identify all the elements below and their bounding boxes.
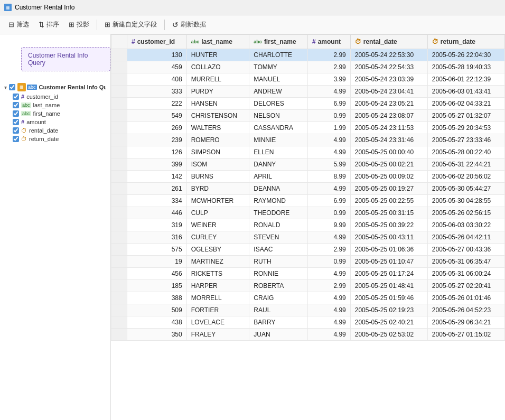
table-row[interactable]: 575OGLESBYISAAC2.992005-05-25 01:06:3620…: [111, 244, 505, 256]
cell-last_name: WALTERS: [186, 122, 249, 134]
table-row[interactable]: 456RICKETTSRONNIE4.992005-05-25 01:17:24…: [111, 268, 505, 280]
col-header-customer_id[interactable]: #customer_id: [127, 35, 187, 49]
table-row[interactable]: 222HANSENDELORES6.992005-05-24 23:05:212…: [111, 98, 505, 110]
tree-item-label-last_name: last_name: [33, 102, 60, 108]
type-icon-clock: ⏱: [21, 127, 27, 134]
cell-customer_id: 456: [127, 268, 187, 280]
filter-button[interactable]: ⊟ 筛选: [4, 18, 33, 31]
tree-item-checkbox-rental_date[interactable]: [13, 127, 19, 134]
table-row[interactable]: 142BURNSAPRIL8.992005-05-25 00:09:022005…: [111, 171, 505, 183]
tree-item-return_date[interactable]: ⏱return_date: [11, 135, 108, 143]
table-row[interactable]: 459COLLAZOTOMMY2.992005-05-24 22:54:3320…: [111, 61, 505, 73]
toolbar: ⊟ 筛选 ⇅ 排序 ⊞ 投影 ⊞ 新建自定义字段 ↺ 刷新数据: [0, 15, 505, 34]
tree-item-checkbox-return_date[interactable]: [13, 136, 19, 142]
tree-item-checkbox-last_name[interactable]: [13, 102, 19, 108]
table-row[interactable]: 350FRALEYJUAN4.992005-05-25 02:53:022005…: [111, 329, 505, 341]
table-row[interactable]: 446CULPTHEODORE0.992005-05-25 00:31:1520…: [111, 207, 505, 219]
table-row[interactable]: 509FORTIERRAUL4.992005-05-25 02:19:23200…: [111, 304, 505, 316]
table-row[interactable]: 126SIMPSONELLEN4.992005-05-25 00:00:4020…: [111, 146, 505, 158]
add-field-button[interactable]: ⊞ 新建自定义字段: [100, 18, 161, 31]
cell-amount: 4.99: [307, 134, 350, 146]
row-empty-cell: [111, 86, 127, 98]
tree-item-rental_date[interactable]: ⏱rental_date: [11, 126, 108, 135]
table-row[interactable]: 316CURLEYSTEVEN4.992005-05-25 00:43:1120…: [111, 231, 505, 244]
toolbar-separator-2: [164, 20, 165, 30]
cell-customer_id: 350: [127, 329, 187, 341]
cell-amount: 2.99: [307, 61, 350, 73]
cell-return_date: 2005-05-29 06:34:21: [427, 316, 504, 329]
tree-item-checkbox-first_name[interactable]: [13, 110, 19, 117]
row-empty-cell: [111, 316, 127, 329]
col-type-icon-amount: #: [312, 38, 316, 45]
tree-item-first_name[interactable]: abcfirst_name: [11, 109, 108, 118]
cell-first_name: ISAAC: [249, 244, 308, 256]
tree-item-amount[interactable]: #amount: [11, 118, 108, 126]
cell-first_name: DEANNA: [249, 183, 308, 195]
tree-item-label-rental_date: rental_date: [29, 127, 58, 134]
tree-root[interactable]: ▾ ▦ abc Customer Rental Info Quer: [2, 82, 108, 92]
row-empty-cell: [111, 183, 127, 195]
col-header-amount[interactable]: #amount: [307, 35, 350, 49]
cell-last_name: FRALEY: [186, 329, 249, 341]
col-type-icon-customer_id: #: [132, 38, 135, 45]
tree-item-label-return_date: return_date: [29, 136, 59, 142]
cell-return_date: 2005-05-26 22:04:30: [427, 49, 504, 61]
table-row[interactable]: 334MCWHORTERRAYMOND6.992005-05-25 00:22:…: [111, 195, 505, 207]
cell-first_name: NELSON: [249, 110, 308, 122]
table-row[interactable]: 19MARTINEZRUTH0.992005-05-25 01:10:47200…: [111, 256, 505, 268]
projection-button[interactable]: ⊞ 投影: [64, 18, 93, 31]
cell-rental_date: 2005-05-24 22:54:33: [350, 61, 427, 73]
tree-item-checkbox-amount[interactable]: [13, 119, 19, 125]
row-empty-cell: [111, 256, 127, 268]
col-header-rental_date[interactable]: ⏱rental_date: [350, 35, 427, 49]
cell-first_name: RONNIE: [249, 268, 308, 280]
table-row[interactable]: 239ROMEROMINNIE4.992005-05-24 23:31:4620…: [111, 134, 505, 146]
cell-first_name: BARRY: [249, 316, 308, 329]
cell-return_date: 2005-05-31 22:44:21: [427, 158, 504, 171]
tree-root-checkbox[interactable]: [9, 84, 15, 90]
type-icon-hash: #: [21, 119, 24, 125]
table-row[interactable]: 130HUNTERCHARLOTTE2.992005-05-24 22:53:3…: [111, 49, 505, 61]
cell-customer_id: 185: [127, 280, 187, 292]
title-bar: ▦ Customer Rental Info: [0, 0, 505, 15]
cell-amount: 4.99: [307, 329, 350, 341]
tree-item-last_name[interactable]: abclast_name: [11, 101, 108, 109]
tree-item-customer_id[interactable]: #customer_id: [11, 92, 108, 101]
toolbar-separator-1: [97, 20, 97, 30]
tree-item-checkbox-customer_id[interactable]: [13, 94, 19, 100]
col-header-return_date[interactable]: ⏱return_date: [427, 35, 504, 49]
sort-button[interactable]: ⇅ 排序: [34, 18, 63, 31]
table-row[interactable]: 261BYRDDEANNA4.992005-05-25 00:19:272005…: [111, 183, 505, 195]
cell-rental_date: 2005-05-24 23:11:53: [350, 122, 427, 134]
cell-amount: 9.99: [307, 219, 350, 231]
cell-first_name: ELLEN: [249, 146, 308, 158]
query-box[interactable]: Customer Rental Info Query: [21, 47, 110, 71]
refresh-label: 刷新数据: [181, 20, 206, 29]
table-row[interactable]: 269WALTERSCASSANDRA1.992005-05-24 23:11:…: [111, 122, 505, 134]
table-row[interactable]: 549CHRISTENSONNELSON0.992005-05-24 23:08…: [111, 110, 505, 122]
cell-amount: 8.99: [307, 171, 350, 183]
table-row[interactable]: 319WEINERRONALD9.992005-05-25 00:39:2220…: [111, 219, 505, 231]
cell-return_date: 2005-06-02 04:33:21: [427, 98, 504, 110]
row-empty-cell: [111, 280, 127, 292]
cell-return_date: 2005-05-26 01:01:46: [427, 292, 504, 304]
cell-last_name: MCWHORTER: [186, 195, 249, 207]
table-row[interactable]: 185HARPERROBERTA2.992005-05-25 01:48:412…: [111, 280, 505, 292]
table-row[interactable]: 408MURRELLMANUEL3.992005-05-24 23:03:392…: [111, 73, 505, 86]
row-empty-cell: [111, 219, 127, 231]
cell-last_name: OGLESBY: [186, 244, 249, 256]
table-row[interactable]: 438LOVELACEBARRY4.992005-05-25 02:40:212…: [111, 316, 505, 329]
refresh-button[interactable]: ↺ 刷新数据: [168, 18, 210, 31]
cell-rental_date: 2005-05-24 23:05:21: [350, 98, 427, 110]
table-row[interactable]: 333PURDYANDREW4.992005-05-24 23:04:41200…: [111, 86, 505, 98]
cell-customer_id: 575: [127, 244, 187, 256]
col-header-first_name[interactable]: abcfirst_name: [249, 35, 308, 49]
data-table-wrap[interactable]: #customer_idabclast_nameabcfirst_name#am…: [111, 34, 505, 420]
col-header-last_name[interactable]: abclast_name: [186, 35, 249, 49]
table-row[interactable]: 388MORRELLCRAIG4.992005-05-25 01:59:4620…: [111, 292, 505, 304]
table-row[interactable]: 399ISOMDANNY5.992005-05-25 00:02:212005-…: [111, 158, 505, 171]
cell-return_date: 2005-05-27 01:32:07: [427, 110, 504, 122]
cell-amount: 4.99: [307, 268, 350, 280]
cell-return_date: 2005-05-30 05:44:27: [427, 183, 504, 195]
cell-rental_date: 2005-05-24 23:31:46: [350, 134, 427, 146]
